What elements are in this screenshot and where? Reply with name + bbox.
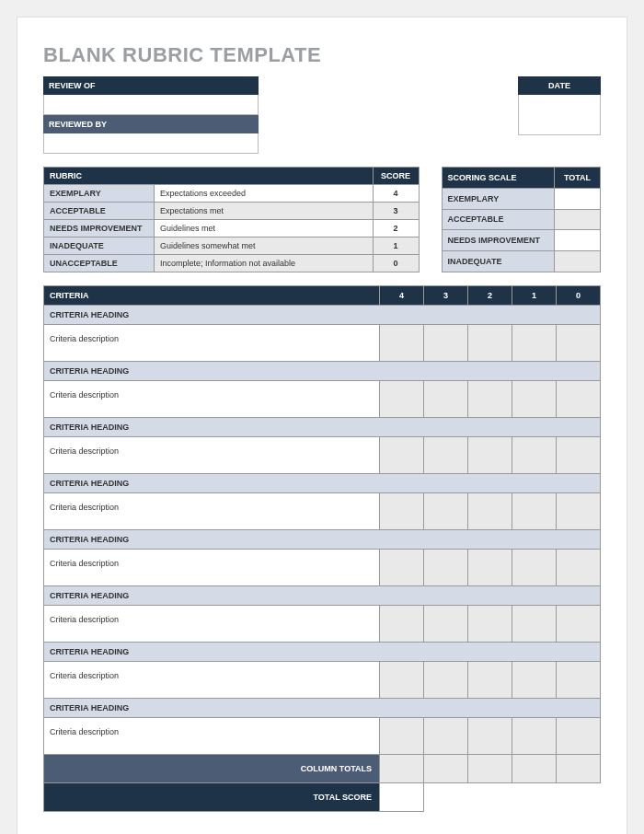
criteria-cell[interactable] xyxy=(424,325,468,362)
criteria-cell[interactable] xyxy=(468,325,512,362)
criteria-cell[interactable] xyxy=(557,606,601,643)
criteria-col-3: 3 xyxy=(424,286,468,306)
criteria-heading: CRITERIA HEADING xyxy=(44,362,601,381)
criteria-desc-row: Criteria description xyxy=(44,493,601,530)
criteria-desc-row: Criteria description xyxy=(44,662,601,699)
date-block: DATE xyxy=(518,76,601,154)
criteria-cell[interactable] xyxy=(424,493,468,530)
rubric-row: UNACCEPTABLE Incomplete; Information not… xyxy=(44,255,420,272)
rubric-desc: Expectations exceeded xyxy=(155,185,374,203)
criteria-cell[interactable] xyxy=(557,437,601,474)
criteria-cell[interactable] xyxy=(468,550,512,586)
criteria-cell[interactable] xyxy=(512,493,557,530)
column-total-cell[interactable] xyxy=(468,755,512,783)
total-score-cell[interactable] xyxy=(380,783,424,812)
rubric-row: EXEMPLARY Expectations exceeded 4 xyxy=(44,185,420,203)
criteria-cell[interactable] xyxy=(380,437,424,474)
criteria-cell[interactable] xyxy=(512,606,557,643)
review-of-label: REVIEW OF xyxy=(43,76,259,95)
criteria-heading-row: CRITERIA HEADING xyxy=(44,362,601,381)
criteria-cell[interactable] xyxy=(557,493,601,530)
scoring-header: SCORING SCALE xyxy=(442,168,554,189)
criteria-cell[interactable] xyxy=(380,550,424,586)
criteria-cell[interactable] xyxy=(424,606,468,643)
rubric-row: ACCEPTABLE Expectations met 3 xyxy=(44,203,420,220)
criteria-desc: Criteria description xyxy=(44,550,380,586)
total-header: TOTAL xyxy=(555,168,601,189)
scoring-total[interactable] xyxy=(555,251,601,272)
column-totals-label: COLUMN TOTALS xyxy=(44,755,380,783)
criteria-cell[interactable] xyxy=(468,606,512,643)
criteria-desc-row: Criteria description xyxy=(44,606,601,643)
reviewed-by-input[interactable] xyxy=(43,133,259,154)
scoring-level: EXEMPLARY xyxy=(442,188,554,209)
criteria-cell[interactable] xyxy=(512,437,557,474)
rubric-level: NEEDS IMPROVEMENT xyxy=(44,220,155,237)
criteria-cell[interactable] xyxy=(380,381,424,418)
criteria-heading-row: CRITERIA HEADING xyxy=(44,306,601,325)
rubric-score: 4 xyxy=(373,185,419,203)
criteria-cell[interactable] xyxy=(468,381,512,418)
criteria-cell[interactable] xyxy=(557,550,601,586)
review-of-input[interactable] xyxy=(43,95,259,115)
scoring-total[interactable] xyxy=(555,209,601,230)
criteria-table: CRITERIA 4 3 2 1 0 CRITERIA HEADING Crit… xyxy=(43,285,601,812)
criteria-cell[interactable] xyxy=(557,325,601,362)
scoring-row: EXEMPLARY xyxy=(442,188,600,209)
criteria-cell[interactable] xyxy=(380,493,424,530)
date-label: DATE xyxy=(518,76,601,95)
criteria-cell[interactable] xyxy=(424,550,468,586)
column-total-cell[interactable] xyxy=(512,755,557,783)
criteria-cell[interactable] xyxy=(512,550,557,586)
criteria-cell[interactable] xyxy=(512,381,557,418)
criteria-cell[interactable] xyxy=(468,662,512,699)
scoring-row: INADEQUATE xyxy=(442,251,600,272)
criteria-cell[interactable] xyxy=(512,718,557,755)
rubric-row: NEEDS IMPROVEMENT Guidelines met 2 xyxy=(44,220,420,237)
criteria-desc: Criteria description xyxy=(44,718,380,755)
criteria-cell[interactable] xyxy=(468,718,512,755)
criteria-col-2: 2 xyxy=(468,286,512,306)
criteria-cell[interactable] xyxy=(557,381,601,418)
criteria-cell[interactable] xyxy=(380,662,424,699)
date-input[interactable] xyxy=(518,95,601,135)
column-total-cell[interactable] xyxy=(424,755,468,783)
column-total-cell[interactable] xyxy=(557,755,601,783)
scoring-row: ACCEPTABLE xyxy=(442,209,600,230)
criteria-cell[interactable] xyxy=(468,493,512,530)
empty-trail xyxy=(424,783,601,812)
scoring-table: SCORING SCALE TOTAL EXEMPLARY ACCEPTABLE… xyxy=(442,167,601,272)
criteria-cell[interactable] xyxy=(557,662,601,699)
scoring-total[interactable] xyxy=(555,188,601,209)
criteria-desc-row: Criteria description xyxy=(44,550,601,586)
rubric-level: UNACCEPTABLE xyxy=(44,255,155,272)
criteria-cell[interactable] xyxy=(380,718,424,755)
criteria-cell[interactable] xyxy=(380,606,424,643)
criteria-cell[interactable] xyxy=(512,662,557,699)
criteria-header-row: CRITERIA 4 3 2 1 0 xyxy=(44,286,601,306)
criteria-cell[interactable] xyxy=(468,437,512,474)
criteria-heading-row: CRITERIA HEADING xyxy=(44,699,601,718)
criteria-heading: CRITERIA HEADING xyxy=(44,699,601,718)
criteria-cell[interactable] xyxy=(424,662,468,699)
scoring-total[interactable] xyxy=(555,230,601,251)
criteria-cell[interactable] xyxy=(424,437,468,474)
criteria-cell[interactable] xyxy=(424,381,468,418)
criteria-heading: CRITERIA HEADING xyxy=(44,643,601,662)
criteria-cell[interactable] xyxy=(380,325,424,362)
criteria-cell[interactable] xyxy=(557,718,601,755)
column-total-cell[interactable] xyxy=(380,755,424,783)
criteria-cell[interactable] xyxy=(424,718,468,755)
reviewed-by-label: REVIEWED BY xyxy=(43,115,259,133)
reviewed-by-block: REVIEWED BY xyxy=(43,115,259,154)
criteria-desc: Criteria description xyxy=(44,662,380,699)
criteria-desc: Criteria description xyxy=(44,325,380,362)
page-title: BLANK RUBRIC TEMPLATE xyxy=(43,43,601,67)
criteria-desc: Criteria description xyxy=(44,493,380,530)
scoring-level: INADEQUATE xyxy=(442,251,554,272)
left-fields: REVIEW OF REVIEWED BY xyxy=(43,76,259,154)
rubric-desc: Incomplete; Information not available xyxy=(155,255,374,272)
rubric-score: 2 xyxy=(373,220,419,237)
criteria-cell[interactable] xyxy=(512,325,557,362)
rubric-header: RUBRIC xyxy=(44,168,374,185)
